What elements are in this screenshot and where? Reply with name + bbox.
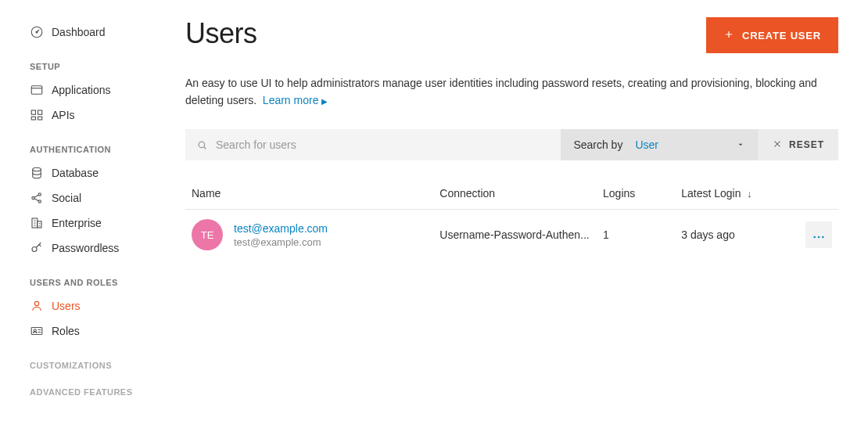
svg-rect-15 xyxy=(31,328,42,335)
reset-button-label: RESET xyxy=(789,139,824,150)
share-icon xyxy=(30,191,44,205)
search-by-dropdown[interactable]: Search by User xyxy=(561,129,757,160)
create-user-button-label: CREATE USER xyxy=(742,30,821,41)
id-card-icon xyxy=(30,324,44,338)
search-input[interactable] xyxy=(216,138,550,151)
sidebar-item-label: APIs xyxy=(52,109,75,121)
caret-down-icon xyxy=(737,141,744,149)
sidebar-item-label: Users xyxy=(52,300,81,312)
svg-point-18 xyxy=(813,236,816,239)
user-icon xyxy=(30,299,44,313)
sidebar-section-customizations[interactable]: CUSTOMIZATIONS xyxy=(30,361,160,370)
sidebar-section-setup: SETUP xyxy=(30,62,160,71)
svg-point-7 xyxy=(33,167,41,171)
svg-rect-3 xyxy=(31,110,35,114)
column-header-actions xyxy=(793,178,838,210)
svg-rect-5 xyxy=(31,117,35,120)
sidebar-item-database[interactable]: Database xyxy=(30,160,160,185)
sidebar-item-label: Dashboard xyxy=(52,26,106,38)
building-icon xyxy=(30,216,44,230)
sidebar-section-authentication: AUTHENTICATION xyxy=(30,145,160,154)
connection-value: Username-Password-Authen... xyxy=(439,228,590,241)
sidebar-item-label: Passwordless xyxy=(52,242,119,254)
svg-point-10 xyxy=(38,200,41,203)
sidebar-item-social[interactable]: Social xyxy=(30,185,160,210)
sidebar-item-passwordless[interactable]: Passwordless xyxy=(30,236,160,261)
plus-icon xyxy=(723,29,734,42)
database-icon xyxy=(30,166,44,180)
key-icon xyxy=(30,241,44,255)
search-field-wrapper[interactable] xyxy=(185,129,561,160)
sort-desc-icon: ↓ xyxy=(744,188,752,200)
browser-icon xyxy=(30,83,44,97)
column-header-name[interactable]: Name xyxy=(185,178,433,210)
sidebar-section-users-roles: USERS AND ROLES xyxy=(30,278,160,287)
column-header-latest-login[interactable]: Latest Login ↓ xyxy=(675,178,792,210)
column-header-connection[interactable]: Connection xyxy=(433,178,597,210)
learn-more-link[interactable]: Learn more ▶ xyxy=(263,94,328,106)
svg-point-13 xyxy=(32,247,37,252)
apis-icon xyxy=(30,108,44,122)
column-header-logins[interactable]: Logins xyxy=(597,178,675,210)
sidebar-item-label: Database xyxy=(52,167,99,179)
avatar: TE xyxy=(192,219,223,250)
sidebar-section-advanced-features[interactable]: ADVANCED FEATURES xyxy=(30,387,160,397)
sidebar-item-label: Roles xyxy=(52,325,80,337)
arrow-right-icon: ▶ xyxy=(321,97,328,106)
sidebar-item-enterprise[interactable]: Enterprise xyxy=(30,210,160,236)
svg-point-17 xyxy=(199,142,205,148)
svg-point-19 xyxy=(818,236,820,239)
more-horizontal-icon xyxy=(812,228,825,241)
svg-point-8 xyxy=(32,196,34,199)
page-title: Users xyxy=(185,17,257,50)
svg-point-9 xyxy=(38,193,41,196)
sidebar-item-applications[interactable]: Applications xyxy=(30,77,160,103)
sidebar-item-roles[interactable]: Roles xyxy=(30,318,160,343)
latest-login-value: 3 days ago xyxy=(675,210,792,261)
svg-point-1 xyxy=(36,31,38,33)
reset-button[interactable]: RESET xyxy=(757,129,838,160)
svg-point-20 xyxy=(822,236,824,239)
sidebar-item-label: Applications xyxy=(52,84,111,96)
user-name-link[interactable]: test@example.com xyxy=(234,222,328,235)
svg-point-14 xyxy=(34,301,38,305)
logins-value: 1 xyxy=(597,210,675,261)
create-user-button[interactable]: CREATE USER xyxy=(706,17,838,53)
sidebar-item-label: Social xyxy=(52,192,81,204)
sidebar-item-label: Enterprise xyxy=(52,217,102,229)
svg-rect-4 xyxy=(38,110,42,114)
svg-rect-2 xyxy=(31,86,42,95)
search-by-label: Search by xyxy=(573,138,622,151)
svg-point-16 xyxy=(34,329,36,332)
gauge-icon xyxy=(30,25,44,39)
svg-rect-6 xyxy=(38,117,42,120)
search-by-value: User xyxy=(635,138,658,151)
sidebar-item-apis[interactable]: APIs xyxy=(30,103,160,128)
row-actions-button[interactable] xyxy=(805,221,832,248)
table-row: TE test@example.com test@example.com Use… xyxy=(185,210,838,261)
svg-rect-12 xyxy=(38,221,41,228)
sidebar-item-dashboard[interactable]: Dashboard xyxy=(30,20,160,45)
page-description: An easy to use UI to help administrators… xyxy=(185,75,834,109)
sidebar-item-users[interactable]: Users xyxy=(30,293,160,318)
user-sub-text: test@example.com xyxy=(234,236,328,248)
search-icon xyxy=(196,139,208,151)
close-icon xyxy=(772,138,783,152)
